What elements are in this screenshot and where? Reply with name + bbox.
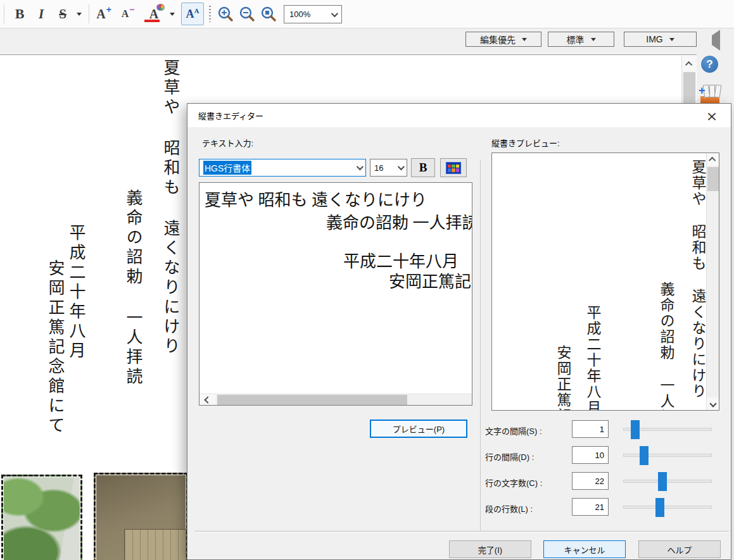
char-spacing-row: 文字の間隔(S) :	[485, 420, 728, 439]
preview-vertical-scrollbar[interactable]	[706, 153, 719, 410]
chevron-down-icon	[709, 400, 716, 407]
textarea-horizontal-scrollbar[interactable]	[199, 394, 472, 405]
photo-framed-document[interactable]	[94, 473, 188, 560]
zoom-reset-icon	[260, 6, 277, 22]
increase-font-size-button[interactable]: A +	[92, 3, 115, 25]
chevron-up-icon	[685, 61, 692, 68]
zoom-out-icon	[239, 6, 255, 22]
preview-button[interactable]: プレビュー(P)	[370, 420, 467, 438]
scroll-down-button[interactable]	[707, 397, 719, 410]
close-button[interactable]: ×	[704, 108, 719, 123]
decrease-font-size-button[interactable]: A −	[118, 3, 138, 25]
standard-label: 標準	[567, 33, 585, 46]
scroll-up-button[interactable]	[707, 153, 719, 166]
italic-button[interactable]: I	[32, 3, 51, 25]
decrease-font-label: A	[122, 8, 129, 20]
bold-button[interactable]: B	[9, 3, 30, 25]
preview-column: 義命の詔勅 一人拝読	[655, 282, 676, 411]
strikethrough-dropdown-arrow-icon[interactable]	[73, 3, 85, 25]
char-spacing-label: 文字の間隔(S) :	[485, 425, 542, 437]
zoom-level-combobox[interactable]: 100%	[284, 5, 342, 23]
scrollbar-thumb[interactable]	[217, 395, 407, 405]
preview-column: 平成二十年八月	[581, 305, 603, 411]
character-style-icon: AA	[186, 7, 199, 21]
preview-button-label: プレビュー(P)	[393, 423, 445, 435]
help-button-dialog[interactable]: ヘルプ	[638, 540, 721, 558]
lines-per-block-input[interactable]	[572, 498, 609, 516]
chars-per-line-slider[interactable]	[623, 480, 712, 483]
zoom-in-icon	[217, 6, 234, 22]
document-text-column[interactable]: 平成二十年八月	[64, 224, 87, 361]
slider-thumb[interactable]	[655, 498, 664, 517]
app-window: B I S A + A − A AA	[0, 0, 734, 560]
cancel-button[interactable]: キャンセル	[543, 540, 626, 558]
collapse-panel-button[interactable]	[712, 35, 720, 45]
lines-per-block-label: 段の行数(L) :	[485, 502, 533, 514]
line-spacing-slider[interactable]	[623, 454, 712, 457]
chars-per-line-row: 行の文字数(C) :	[485, 472, 728, 491]
img-dropdown[interactable]: IMG	[624, 32, 697, 47]
font-color-dropdown-arrow-icon[interactable]	[167, 3, 177, 25]
plus-icon: +	[699, 84, 706, 97]
text-color-button[interactable]	[440, 158, 467, 177]
minus-sign-icon: −	[129, 4, 134, 15]
zoom-reset-button[interactable]	[258, 3, 279, 25]
strikethrough-label: S	[59, 6, 66, 22]
font-family-combobox[interactable]: HGS行書体	[199, 159, 366, 177]
text-line: 夏草や 昭和も 遠くなりにけり	[205, 187, 427, 210]
slider-thumb[interactable]	[640, 446, 649, 465]
palette-icon	[156, 4, 165, 11]
font-color-button[interactable]: A	[142, 3, 166, 25]
increase-font-label: A	[96, 7, 105, 22]
done-label: 完了(I)	[478, 544, 502, 556]
footer-separator	[194, 531, 729, 532]
strikethrough-button[interactable]: S	[53, 3, 72, 25]
slider-thumb[interactable]	[658, 472, 667, 491]
char-spacing-input[interactable]	[572, 420, 609, 438]
lines-per-block-slider[interactable]	[623, 506, 712, 509]
help-button[interactable]: ?	[701, 56, 718, 73]
edit-priority-label: 編集優先	[480, 33, 516, 46]
bold-toggle-button[interactable]: B	[411, 158, 435, 177]
scroll-up-button[interactable]	[682, 56, 697, 72]
line-spacing-input[interactable]	[572, 446, 609, 464]
format-toolbar: B I S A + A − A AA	[0, 0, 734, 28]
color-palette-icon	[446, 162, 461, 174]
character-style-button[interactable]: AA	[181, 3, 204, 25]
add-to-album-button[interactable]: +	[699, 83, 721, 104]
card-icon	[714, 84, 722, 97]
chars-per-line-input[interactable]	[572, 472, 609, 490]
char-spacing-slider[interactable]	[623, 428, 712, 431]
line-spacing-label: 行の間隔(D) :	[485, 451, 534, 463]
photo-foliage[interactable]	[1, 475, 82, 560]
triangle-left-icon	[712, 30, 720, 51]
font-color-swatch	[144, 20, 160, 22]
img-label: IMG	[646, 34, 662, 44]
font-size-combobox[interactable]: 16	[370, 159, 407, 177]
lines-per-block-row: 段の行数(L) :	[485, 498, 728, 517]
bold-label: B	[419, 161, 427, 175]
chevron-down-icon	[331, 9, 338, 16]
line-spacing-row: 行の間隔(D) :	[485, 446, 728, 465]
done-button[interactable]: 完了(I)	[449, 540, 531, 558]
toolbar-separator	[4, 4, 4, 23]
scroll-left-button[interactable]	[199, 394, 216, 405]
scrollbar-thumb[interactable]	[707, 167, 719, 191]
question-mark-icon: ?	[706, 58, 712, 71]
document-text-column[interactable]: 夏草や 昭和も 遠くなりにけり	[158, 59, 182, 357]
dialog-titlebar[interactable]: 縦書きエディター	[187, 104, 731, 127]
bold-label: B	[15, 6, 25, 22]
document-text-column[interactable]: 安岡正篤記念館にて	[43, 259, 66, 436]
document-text-column[interactable]: 義命の詔勅 一人拝読	[121, 189, 144, 387]
toolbar-grip-handle[interactable]	[209, 6, 211, 22]
text-input-area[interactable]: 夏草や 昭和も 遠くなりにけり 義命の詔勅 一人拝読 平成二十年八月 安岡正篤記…	[199, 182, 472, 406]
edit-priority-dropdown[interactable]: 編集優先	[465, 32, 541, 47]
zoom-in-button[interactable]	[215, 3, 236, 25]
preview-column: 夏草や 昭和も 遠くなりにけり	[687, 159, 708, 399]
slider-thumb[interactable]	[631, 420, 640, 439]
close-icon: ×	[706, 108, 718, 124]
vertical-preview-pane[interactable]: 夏草や 昭和も 遠くなりにけり 義命の詔勅 一人拝読 平成二十年八月 安岡正篤記…	[491, 152, 719, 411]
zoom-out-button[interactable]	[237, 3, 257, 25]
text-line: 義命の詔勅 一人拝読	[326, 209, 472, 233]
standard-dropdown[interactable]: 標準	[548, 32, 614, 47]
